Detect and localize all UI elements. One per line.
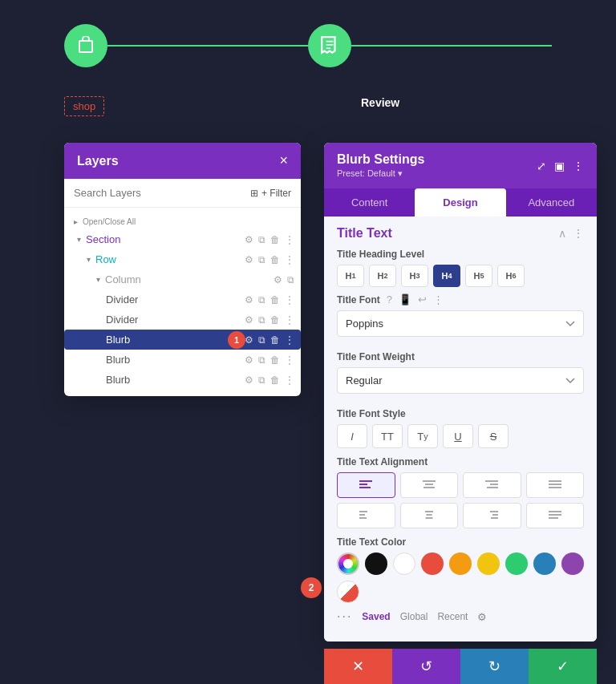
more-icon[interactable]: ⋮: [285, 294, 294, 306]
more-icon[interactable]: ⋮: [285, 234, 294, 245]
color-green[interactable]: [505, 552, 528, 575]
help-icon[interactable]: ?: [387, 293, 392, 306]
gear-icon[interactable]: ⚙: [245, 374, 253, 386]
italic-button[interactable]: I: [337, 424, 367, 448]
mobile-icon[interactable]: 📱: [399, 293, 411, 306]
color-purple[interactable]: [561, 552, 584, 575]
fullscreen-icon[interactable]: ⤢: [537, 160, 546, 172]
capitalize-button[interactable]: Ty: [407, 424, 438, 448]
more-icon[interactable]: ⋮: [433, 293, 444, 306]
tab-design[interactable]: Design: [415, 188, 505, 217]
copy-icon[interactable]: ⧉: [258, 234, 265, 245]
copy-icon[interactable]: ⧉: [258, 314, 265, 326]
align-text-center-button[interactable]: [400, 503, 459, 528]
color-gear-icon[interactable]: ⚙: [477, 611, 487, 623]
delete-icon[interactable]: 🗑: [270, 314, 280, 326]
gear-icon[interactable]: ⚙: [245, 234, 253, 245]
weight-select[interactable]: Regular: [337, 367, 584, 394]
delete-icon[interactable]: 🗑: [270, 374, 280, 386]
copy-icon[interactable]: ⧉: [258, 294, 265, 306]
h4-button[interactable]: H4: [433, 265, 460, 287]
layer-divider-2[interactable]: Divider ⚙ ⧉ 🗑 ⋮: [64, 310, 301, 330]
strikethrough-button[interactable]: S: [478, 424, 509, 448]
delete-icon[interactable]: 🗑: [270, 334, 280, 346]
underline-button[interactable]: U: [443, 424, 473, 448]
gear-icon[interactable]: ⚙: [245, 254, 253, 265]
cancel-button[interactable]: ✕: [324, 649, 392, 684]
delete-icon[interactable]: 🗑: [270, 354, 280, 366]
h6-button[interactable]: H6: [497, 265, 525, 287]
font-select[interactable]: Poppins: [337, 310, 584, 337]
open-close-all[interactable]: ▸ Open/Close All: [64, 214, 301, 229]
more-options-icon[interactable]: ⋮: [573, 160, 584, 172]
redo-button[interactable]: ↻: [460, 649, 529, 684]
h1-button[interactable]: H1: [337, 265, 364, 287]
uppercase-button[interactable]: TT: [372, 424, 403, 448]
more-icon[interactable]: ⋮: [285, 314, 294, 326]
h2-button[interactable]: H2: [369, 265, 396, 287]
delete-icon[interactable]: 🗑: [270, 234, 280, 245]
h5-button[interactable]: H5: [465, 265, 492, 287]
saved-link[interactable]: Saved: [362, 611, 390, 622]
gear-icon[interactable]: ⚙: [245, 334, 253, 346]
color-diagonal[interactable]: [337, 581, 359, 603]
reset-button[interactable]: ↺: [392, 649, 460, 684]
layer-column[interactable]: ▾ Column ⚙ ⧉: [64, 269, 301, 289]
tab-content[interactable]: Content: [324, 188, 415, 217]
layer-blurb-1-active[interactable]: Blurb 1 ⚙ ⧉ 🗑 ⋮: [64, 330, 301, 350]
align-right-button[interactable]: [463, 472, 521, 498]
layers-close-button[interactable]: ×: [279, 152, 288, 169]
gear-icon[interactable]: ⚙: [245, 314, 253, 326]
layer-blurb-2[interactable]: Blurb ⚙ ⧉ 🗑 ⋮: [64, 350, 301, 370]
gear-icon[interactable]: ⚙: [274, 274, 282, 285]
copy-icon[interactable]: ⧉: [258, 254, 265, 265]
delete-icon[interactable]: 🗑: [270, 254, 280, 265]
copy-icon[interactable]: ⧉: [258, 334, 265, 346]
align-buttons-row1: [337, 472, 584, 498]
align-text-left-button[interactable]: [337, 503, 395, 528]
tab-advanced[interactable]: Advanced: [506, 188, 597, 217]
reset-icon[interactable]: ↩: [418, 293, 427, 306]
copy-icon[interactable]: ⧉: [258, 374, 265, 386]
color-white[interactable]: [393, 552, 415, 575]
h3-button[interactable]: H3: [401, 265, 428, 287]
global-link[interactable]: Global: [400, 611, 428, 622]
gear-icon[interactable]: ⚙: [245, 294, 253, 306]
layer-row[interactable]: ▾ Row ⚙ ⧉ 🗑 ⋮: [64, 249, 301, 269]
layer-section[interactable]: ▾ Section ⚙ ⧉ 🗑 ⋮: [64, 229, 301, 249]
color-yellow[interactable]: [477, 552, 500, 575]
sidebar-icon[interactable]: ▣: [554, 160, 565, 172]
svg-rect-12: [549, 487, 561, 488]
color-orange[interactable]: [449, 552, 472, 575]
title-font-label: Title Font: [337, 294, 380, 306]
dots-icon[interactable]: ···: [337, 609, 352, 624]
layer-divider-1[interactable]: Divider ⚙ ⧉ 🗑 ⋮: [64, 289, 301, 310]
delete-icon[interactable]: 🗑: [270, 294, 280, 306]
save-button[interactable]: ✓: [529, 649, 597, 684]
color-red[interactable]: [421, 552, 444, 575]
align-justify-button[interactable]: [526, 472, 585, 498]
svg-rect-14: [359, 514, 365, 516]
align-center-button[interactable]: [400, 472, 459, 498]
more-icon[interactable]: ⋮: [285, 334, 294, 346]
color-blue[interactable]: [533, 552, 556, 575]
align-text-justify-button[interactable]: [526, 503, 585, 528]
timeline-node-shop[interactable]: [64, 24, 107, 67]
gear-icon[interactable]: ⚙: [245, 354, 253, 366]
timeline-node-review[interactable]: [308, 24, 351, 67]
more-icon[interactable]: ⋮: [285, 254, 294, 265]
layer-blurb-3[interactable]: Blurb ⚙ ⧉ 🗑 ⋮: [64, 370, 301, 390]
copy-icon[interactable]: ⧉: [287, 274, 294, 285]
recent-link[interactable]: Recent: [437, 611, 468, 622]
copy-icon[interactable]: ⧉: [258, 354, 265, 366]
color-picker[interactable]: [337, 552, 359, 575]
color-black[interactable]: [365, 552, 387, 575]
more-icon[interactable]: ⋮: [285, 354, 294, 366]
layers-search-input[interactable]: [74, 187, 244, 199]
section-more-icon[interactable]: ⋮: [573, 227, 584, 240]
align-left-button[interactable]: [337, 472, 395, 498]
filter-button[interactable]: ⊞ + Filter: [250, 188, 291, 199]
align-text-right-button[interactable]: [463, 503, 521, 528]
collapse-icon[interactable]: ∧: [558, 227, 566, 240]
more-icon[interactable]: ⋮: [285, 374, 294, 386]
